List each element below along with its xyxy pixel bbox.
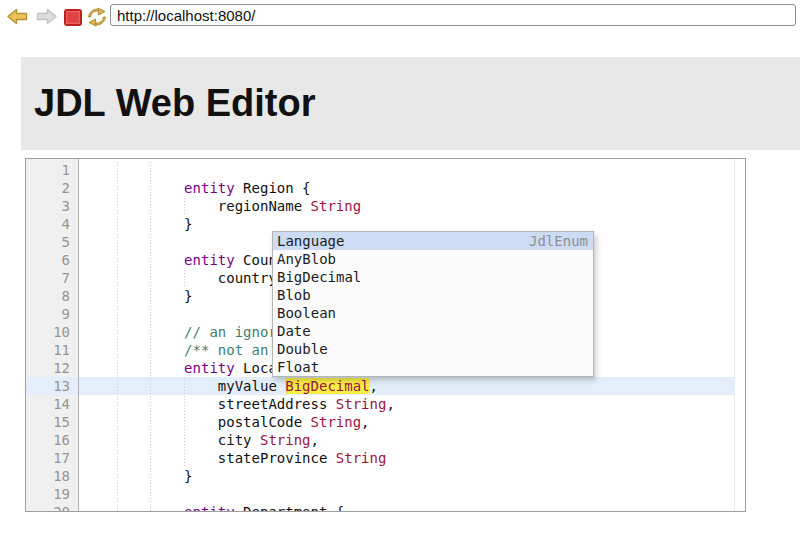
code-line-3[interactable]: 3regionName String bbox=[26, 197, 734, 215]
token-plain: streetAddress bbox=[218, 396, 336, 412]
indent-guide bbox=[150, 413, 184, 431]
indent-guide bbox=[150, 449, 184, 467]
indent-guide bbox=[83, 341, 117, 359]
gutter-border bbox=[78, 159, 79, 511]
forward-icon[interactable] bbox=[36, 8, 57, 29]
token-type: String bbox=[260, 432, 311, 448]
indent-guide bbox=[150, 395, 184, 413]
token-plain: regionName bbox=[218, 198, 311, 214]
refresh-icon[interactable] bbox=[86, 7, 108, 31]
line-number: 12 bbox=[26, 359, 79, 377]
autocomplete-item-label: BigDecimal bbox=[277, 268, 361, 286]
page-title: JDL Web Editor bbox=[21, 57, 800, 125]
code-line-19[interactable]: 19 bbox=[26, 485, 734, 503]
code-text bbox=[79, 161, 734, 179]
token-plain: myValue bbox=[218, 378, 285, 394]
code-text: entity Department { bbox=[79, 503, 734, 512]
autocomplete-item-language[interactable]: LanguageJdlEnum bbox=[273, 232, 593, 250]
stop-icon[interactable] bbox=[64, 9, 82, 26]
line-number: 4 bbox=[26, 215, 79, 233]
indent-guide bbox=[83, 269, 117, 287]
code-text: stateProvince String bbox=[79, 449, 734, 467]
code-line-20[interactable]: 20entity Department { bbox=[26, 503, 734, 512]
line-number: 2 bbox=[26, 179, 79, 197]
line-number: 20 bbox=[26, 503, 79, 512]
autocomplete-item-label: Float bbox=[277, 358, 319, 376]
indent-guide bbox=[83, 323, 117, 341]
token-type: String bbox=[311, 414, 362, 430]
autocomplete-item-label: Boolean bbox=[277, 304, 336, 322]
autocomplete-item-label: Double bbox=[277, 340, 328, 358]
indent-guide bbox=[83, 467, 117, 485]
autocomplete-item-bigdecimal[interactable]: BigDecimal bbox=[273, 268, 593, 286]
line-number: 9 bbox=[26, 305, 79, 323]
indent-guide bbox=[117, 323, 151, 341]
indent-guide bbox=[150, 485, 184, 503]
code-line-15[interactable]: 15postalCode String, bbox=[26, 413, 734, 431]
indent-guide bbox=[117, 233, 151, 251]
line-number: 10 bbox=[26, 323, 79, 341]
token-plain: , bbox=[370, 378, 378, 394]
token-plain: , bbox=[361, 414, 369, 430]
indent-guide bbox=[117, 449, 151, 467]
indent-guide bbox=[184, 413, 218, 431]
token-type: String bbox=[336, 396, 387, 412]
code-line-13[interactable]: 13myValue BigDecimal, bbox=[26, 377, 734, 395]
indent-guide bbox=[184, 395, 218, 413]
indent-guide bbox=[83, 503, 117, 512]
code-line-17[interactable]: 17stateProvince String bbox=[26, 449, 734, 467]
code-line-14[interactable]: 14streetAddress String, bbox=[26, 395, 734, 413]
indent-guide bbox=[117, 377, 151, 395]
autocomplete-item-double[interactable]: Double bbox=[273, 340, 593, 358]
indent-guide bbox=[83, 179, 117, 197]
code-line-16[interactable]: 16city String, bbox=[26, 431, 734, 449]
autocomplete-item-boolean[interactable]: Boolean bbox=[273, 304, 593, 322]
indent-guide bbox=[83, 233, 117, 251]
line-number: 11 bbox=[26, 341, 79, 359]
back-icon[interactable] bbox=[7, 8, 28, 29]
token-keyword: entity bbox=[184, 252, 235, 268]
autocomplete-item-anyblob[interactable]: AnyBlob bbox=[273, 250, 593, 268]
line-number: 3 bbox=[26, 197, 79, 215]
indent-guide bbox=[150, 467, 184, 485]
token-plain: , bbox=[311, 432, 319, 448]
code-text: regionName String bbox=[79, 197, 734, 215]
code-text: city String, bbox=[79, 431, 734, 449]
token-plain: } bbox=[184, 468, 192, 484]
indent-guide bbox=[117, 179, 151, 197]
token-plain: city bbox=[218, 432, 260, 448]
autocomplete-item-blob[interactable]: Blob bbox=[273, 286, 593, 304]
indent-guide bbox=[150, 269, 184, 287]
indent-guide bbox=[117, 431, 151, 449]
indent-guide bbox=[184, 449, 218, 467]
line-number: 17 bbox=[26, 449, 79, 467]
line-number: 14 bbox=[26, 395, 79, 413]
autocomplete-item-float[interactable]: Float bbox=[273, 358, 593, 376]
code-line-1[interactable]: 1 bbox=[26, 161, 734, 179]
code-text: postalCode String, bbox=[79, 413, 734, 431]
code-line-18[interactable]: 18} bbox=[26, 467, 734, 485]
indent-guide bbox=[83, 161, 117, 179]
token-type: String bbox=[311, 198, 362, 214]
indent-guide bbox=[83, 251, 117, 269]
token-keyword: entity bbox=[184, 360, 235, 376]
autocomplete-item-label: AnyBlob bbox=[277, 250, 336, 268]
code-text: } bbox=[79, 467, 734, 485]
indent-guide bbox=[184, 431, 218, 449]
indent-guide bbox=[83, 485, 117, 503]
indent-guide bbox=[150, 359, 184, 377]
autocomplete-item-date[interactable]: Date bbox=[273, 322, 593, 340]
url-input[interactable] bbox=[110, 4, 796, 26]
token-typehl: BigDecimal bbox=[285, 378, 369, 394]
indent-guide bbox=[117, 413, 151, 431]
indent-guide bbox=[117, 161, 151, 179]
editor-scrollbar[interactable] bbox=[734, 159, 745, 511]
code-line-2[interactable]: 2entity Region { bbox=[26, 179, 734, 197]
indent-guide bbox=[117, 395, 151, 413]
token-plain: } bbox=[184, 216, 192, 232]
code-text: entity Region { bbox=[79, 179, 734, 197]
indent-guide bbox=[150, 305, 184, 323]
indent-guide bbox=[184, 269, 218, 287]
browser-window: { "browser": { "url": "http://localhost:… bbox=[0, 0, 800, 539]
indent-guide bbox=[150, 431, 184, 449]
